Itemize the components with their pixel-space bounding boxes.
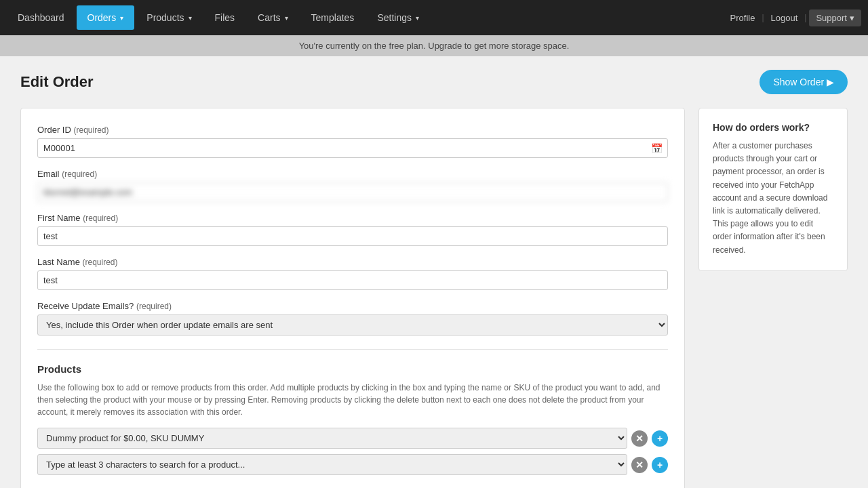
receive-emails-select[interactable]: Yes, include this Order when order updat… bbox=[37, 314, 668, 336]
nav-right: Profile | Logout | Support ▾ bbox=[726, 9, 861, 26]
section-divider-1 bbox=[37, 349, 668, 350]
page-content: Edit Order Show Order ▶ Order ID (requir… bbox=[0, 56, 868, 488]
order-id-input[interactable] bbox=[37, 138, 668, 158]
settings-caret: ▾ bbox=[416, 14, 419, 22]
remove-product-button[interactable]: ✕ bbox=[631, 430, 648, 447]
nav-item-templates[interactable]: Templates bbox=[300, 5, 366, 30]
first-name-input[interactable] bbox=[37, 226, 668, 246]
add-search-button[interactable]: + bbox=[652, 457, 668, 473]
page-title: Edit Order bbox=[20, 73, 94, 91]
product-row-existing: Dummy product for $0.00, SKU DUMMY ✕ + bbox=[37, 428, 668, 449]
carts-caret: ▾ bbox=[285, 14, 288, 22]
remove-search-button[interactable]: ✕ bbox=[631, 457, 648, 473]
form-section: Order ID (required) 📅 Email (required) bbox=[20, 108, 685, 488]
search-product-select[interactable]: Type at least 3 characters to search for… bbox=[37, 454, 627, 475]
sidebar-section: How do orders work? After a customer pur… bbox=[698, 108, 848, 271]
upgrade-banner: You're currently on the free plan. Upgra… bbox=[0, 35, 868, 56]
support-button[interactable]: Support ▾ bbox=[809, 9, 861, 26]
nav-item-carts[interactable]: Carts ▾ bbox=[247, 5, 298, 30]
nav-item-settings[interactable]: Settings ▾ bbox=[366, 5, 430, 30]
order-id-wrapper: 📅 bbox=[37, 138, 668, 158]
page-header: Edit Order Show Order ▶ bbox=[20, 70, 848, 94]
logout-link[interactable]: Logout bbox=[767, 10, 802, 26]
divider-1: | bbox=[762, 13, 764, 22]
sidebar-title: How do orders work? bbox=[713, 122, 833, 133]
add-product-button[interactable]: + bbox=[652, 430, 668, 447]
last-name-required: (required) bbox=[83, 258, 118, 267]
main-layout: Order ID (required) 📅 Email (required) bbox=[20, 108, 848, 488]
products-heading: Products bbox=[37, 363, 668, 375]
sidebar-text: After a customer purchases products thro… bbox=[713, 140, 833, 257]
nav-left: Dashboard Orders ▾ Products ▾ Files Cart… bbox=[7, 5, 430, 30]
receive-emails-required: (required) bbox=[136, 302, 172, 311]
products-section: Products Use the following box to add or… bbox=[37, 363, 668, 475]
order-id-label: Order ID (required) bbox=[37, 125, 668, 135]
divider-2: | bbox=[804, 13, 806, 22]
support-caret: ▾ bbox=[850, 13, 854, 23]
first-name-field-group: First Name (required) bbox=[37, 213, 668, 246]
first-name-required: (required) bbox=[83, 214, 118, 223]
nav-item-files[interactable]: Files bbox=[204, 5, 246, 30]
receive-emails-field-group: Receive Update Emails? (required) Yes, i… bbox=[37, 301, 668, 336]
last-name-input[interactable] bbox=[37, 270, 668, 290]
products-description: Use the following box to add or remove p… bbox=[37, 382, 668, 418]
order-id-field-group: Order ID (required) 📅 bbox=[37, 125, 668, 158]
last-name-field-group: Last Name (required) bbox=[37, 257, 668, 290]
email-field-group: Email (required) bbox=[37, 169, 668, 202]
email-input[interactable] bbox=[37, 182, 668, 202]
email-required: (required) bbox=[62, 169, 97, 179]
nav-item-products[interactable]: Products ▾ bbox=[136, 5, 202, 30]
product-row-search: Type at least 3 characters to search for… bbox=[37, 454, 668, 475]
order-id-required: (required) bbox=[73, 125, 108, 135]
last-name-label: Last Name (required) bbox=[37, 257, 668, 267]
receive-emails-label: Receive Update Emails? (required) bbox=[37, 301, 668, 311]
nav-item-orders[interactable]: Orders ▾ bbox=[77, 5, 135, 30]
first-name-label: First Name (required) bbox=[37, 213, 668, 223]
products-caret: ▾ bbox=[189, 14, 192, 22]
top-navigation: Dashboard Orders ▾ Products ▾ Files Cart… bbox=[0, 0, 868, 35]
orders-caret: ▾ bbox=[120, 14, 123, 22]
profile-link[interactable]: Profile bbox=[726, 10, 760, 26]
calendar-icon: 📅 bbox=[651, 143, 663, 154]
email-label: Email (required) bbox=[37, 169, 668, 179]
nav-item-dashboard[interactable]: Dashboard bbox=[7, 5, 75, 30]
existing-product-select[interactable]: Dummy product for $0.00, SKU DUMMY bbox=[37, 428, 627, 449]
show-order-button[interactable]: Show Order ▶ bbox=[760, 70, 848, 94]
